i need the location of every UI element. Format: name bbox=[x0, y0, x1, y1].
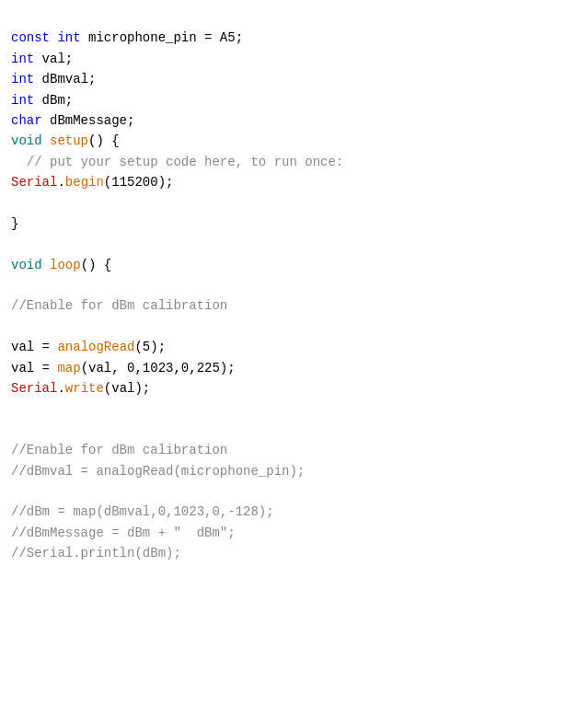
code-token: map bbox=[57, 361, 80, 376]
code-token bbox=[42, 258, 50, 272]
code-token: const bbox=[11, 30, 57, 45]
code-token: setup bbox=[50, 133, 88, 148]
code-line: char dBmMessage; bbox=[11, 110, 555, 131]
code-token: int bbox=[11, 93, 34, 108]
code-line: int dBmval; bbox=[11, 69, 555, 89]
code-token: dBmMessage; bbox=[42, 113, 135, 128]
code-token: () { bbox=[81, 258, 112, 272]
code-line: //dBmMessage = dBm + " dBm"; bbox=[11, 523, 555, 543]
code-token: int bbox=[11, 52, 34, 66]
code-line: val = analogRead(5); bbox=[11, 337, 555, 357]
code-token: Serial bbox=[11, 175, 57, 190]
code-line: Serial.begin(115200); bbox=[11, 172, 555, 192]
code-line: // put your setup code here, to run once… bbox=[11, 152, 555, 172]
code-token: val = bbox=[11, 340, 57, 354]
code-token: dBmval; bbox=[34, 72, 96, 87]
code-token: write bbox=[65, 381, 104, 396]
code-token: //Enable for dBm calibration bbox=[11, 443, 227, 457]
code-line bbox=[11, 481, 555, 502]
code-line: val = map(val, 0,1023,0,225); bbox=[11, 358, 555, 378]
code-token: //dBm = map(dBmval,0,1023,0,-128); bbox=[11, 504, 274, 519]
code-token: // put your setup code here, to run once… bbox=[11, 155, 343, 169]
code-token: int bbox=[11, 72, 34, 87]
code-line bbox=[11, 275, 555, 295]
code-token: val = bbox=[11, 361, 57, 376]
code-token: . bbox=[57, 175, 64, 190]
code-token: (115200); bbox=[104, 175, 174, 190]
code-token: char bbox=[11, 113, 42, 128]
code-line: //dBm = map(dBmval,0,1023,0,-128); bbox=[11, 502, 555, 522]
code-token: Serial bbox=[11, 381, 57, 396]
code-token: //dBmval = analogRead(microphone_pin); bbox=[11, 464, 305, 479]
code-token: (val, 0,1023,0,225); bbox=[81, 361, 236, 376]
code-line: //Enable for dBm calibration bbox=[11, 440, 555, 460]
code-token: analogRead bbox=[57, 340, 134, 354]
code-line bbox=[11, 317, 555, 337]
code-line: void loop() { bbox=[11, 255, 555, 275]
code-line: const int microphone_pin = A5; bbox=[11, 28, 555, 48]
code-token: //Serial.println(dBm); bbox=[11, 546, 181, 560]
code-token: void bbox=[11, 258, 42, 272]
code-token: (val); bbox=[104, 381, 150, 396]
code-line: //Enable for dBm calibration bbox=[11, 295, 555, 316]
code-line: void setup() { bbox=[11, 131, 555, 151]
code-token: val; bbox=[34, 52, 73, 66]
code-token: () { bbox=[88, 133, 120, 148]
code-token: dBm; bbox=[34, 93, 73, 108]
code-line: int dBm; bbox=[11, 90, 555, 110]
code-token: begin bbox=[65, 175, 104, 190]
code-editor: const int microphone_pin = A5;int val;in… bbox=[11, 7, 555, 564]
code-token: microphone_pin = A5; bbox=[81, 30, 243, 45]
code-line: } bbox=[11, 214, 555, 234]
code-token: int bbox=[57, 30, 80, 45]
code-line bbox=[11, 399, 555, 419]
code-line bbox=[11, 420, 555, 440]
code-token: loop bbox=[50, 258, 81, 272]
code-line bbox=[11, 193, 555, 214]
code-token: void bbox=[11, 133, 42, 148]
code-line: //Serial.println(dBm); bbox=[11, 543, 555, 563]
code-token bbox=[42, 133, 50, 148]
code-token: (5); bbox=[134, 340, 166, 354]
code-line: int val; bbox=[11, 49, 555, 69]
code-line: Serial.write(val); bbox=[11, 378, 555, 399]
code-token: } bbox=[11, 216, 18, 231]
code-token: //dBmMessage = dBm + " dBm"; bbox=[11, 526, 236, 540]
code-line: //dBmval = analogRead(microphone_pin); bbox=[11, 461, 555, 481]
code-token: . bbox=[57, 381, 64, 396]
code-line bbox=[11, 234, 555, 254]
code-token: //Enable for dBm calibration bbox=[11, 298, 227, 313]
